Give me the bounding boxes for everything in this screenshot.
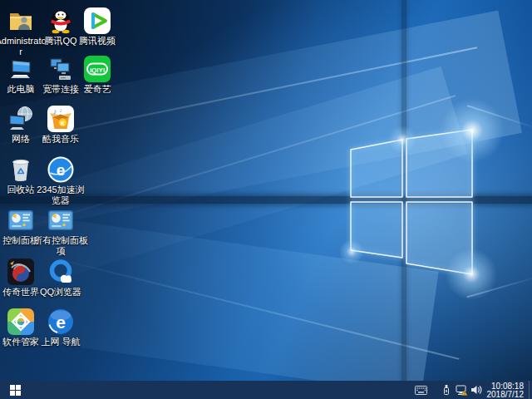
clock-date: 2018/7/12 bbox=[487, 391, 525, 399]
control-panel-icon bbox=[47, 206, 75, 234]
icon-label: 上网 导航 bbox=[41, 337, 80, 347]
music-box-icon: ♪ ♪ K bbox=[47, 105, 75, 133]
svg-text:e: e bbox=[57, 161, 66, 179]
desktop-icon-all-control-panel-items[interactable]: 所有控制面板 项 bbox=[31, 206, 91, 257]
desktop-icon-internet-navigation[interactable]: e 上网 导航 bbox=[31, 308, 91, 347]
desktop-icon-2345-browser[interactable]: e 2345加速浏 览器 bbox=[31, 155, 91, 206]
taskbar: 10:08:18 2018/7/12 bbox=[0, 381, 532, 399]
icon-label: 酷我音乐 bbox=[42, 134, 79, 145]
svg-text:♪: ♪ bbox=[59, 107, 62, 113]
desktop[interactable]: Administrato r 腾讯QQ bbox=[0, 0, 532, 381]
browser-e-icon: e bbox=[47, 155, 75, 184]
internet-e-icon: e bbox=[47, 308, 75, 336]
svg-text:e: e bbox=[56, 313, 66, 332]
volume-icon[interactable] bbox=[469, 381, 484, 399]
icon-label: 腾讯视频 bbox=[79, 36, 116, 47]
touch-keyboard-icon[interactable] bbox=[414, 381, 429, 399]
svg-text:iQIYI: iQIYI bbox=[90, 66, 105, 74]
network-warning-icon[interactable] bbox=[454, 381, 469, 399]
show-desktop-button[interactable] bbox=[529, 381, 532, 399]
desktop-icon-tencent-video[interactable]: 腾讯视频 bbox=[67, 7, 127, 47]
start-button[interactable] bbox=[0, 381, 30, 399]
icon-label: 爱奇艺 bbox=[84, 84, 111, 95]
icon-label: QQ浏览器 bbox=[40, 287, 81, 298]
desktop-icon-qq-browser[interactable]: QQ浏览器 bbox=[31, 258, 91, 298]
play-button-icon bbox=[83, 7, 111, 35]
screen: Administrato r 腾讯QQ bbox=[0, 0, 532, 399]
logo-crossbar-vertical bbox=[401, 0, 406, 381]
svg-text:K: K bbox=[61, 120, 66, 127]
desktop-icon-kuwo-music[interactable]: ♪ ♪ K 酷我音乐 bbox=[31, 105, 91, 145]
taskbar-clock[interactable]: 10:08:18 2018/7/12 bbox=[484, 382, 530, 399]
icon-label: 2345加速浏 览器 bbox=[37, 185, 84, 206]
safely-remove-hardware-icon[interactable] bbox=[439, 381, 454, 399]
icon-label: 所有控制面板 项 bbox=[33, 235, 88, 257]
iqiyi-logo-icon: iQIYI bbox=[83, 55, 111, 83]
icon-label: 网络 bbox=[12, 134, 30, 145]
clock-time: 10:08:18 bbox=[487, 382, 525, 391]
windows-start-icon bbox=[10, 385, 21, 396]
q-cloud-icon bbox=[47, 258, 75, 286]
desktop-icon-iqiyi[interactable]: iQIYI 爱奇艺 bbox=[67, 55, 127, 95]
